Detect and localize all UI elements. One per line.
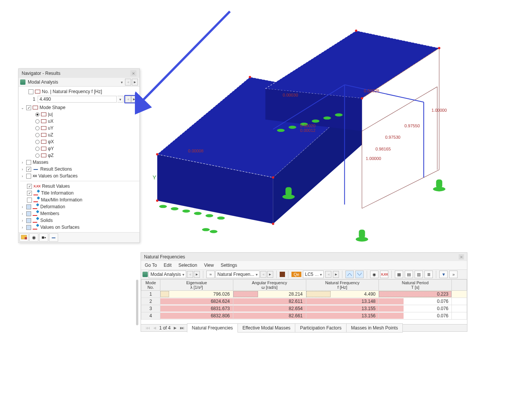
- svg-point-42: [288, 126, 296, 129]
- values-on-surfaces2-expander[interactable]: ›: [20, 225, 25, 230]
- toolbar-result-prev[interactable]: ◄: [260, 271, 266, 278]
- svg-point-25: [156, 200, 158, 202]
- solids-expander[interactable]: ›: [20, 218, 25, 223]
- results-titlebar[interactable]: Natural Frequencies ✕: [141, 253, 467, 261]
- pager-next[interactable]: ►: [173, 325, 177, 331]
- chevron-down-icon: ▾: [320, 272, 322, 277]
- mode-prev-button[interactable]: ◄: [125, 96, 131, 103]
- pager-first[interactable]: ⏮: [146, 325, 150, 331]
- toolbar-analysis-next[interactable]: ►: [194, 271, 200, 278]
- analysis-next-button[interactable]: ►: [132, 79, 138, 86]
- mode-shape-label: Mode Shape: [40, 105, 65, 110]
- result-sections-checkbox[interactable]: [26, 167, 31, 172]
- component-ux-radio[interactable]: [35, 119, 40, 124]
- toolbar-ico-1[interactable]: [345, 271, 354, 278]
- masses-expander[interactable]: ›: [20, 160, 25, 165]
- values-on-surfaces-expander[interactable]: ›: [20, 174, 25, 178]
- toolbar-ico-eye[interactable]: ◉: [370, 271, 378, 278]
- mode-next-button[interactable]: ►: [131, 96, 137, 103]
- values-on-surfaces-checkbox[interactable]: [26, 174, 31, 179]
- mode-checkbox[interactable]: [28, 89, 33, 94]
- pager: ⏮ ◄ 1 of 4 ► ⏭: [142, 325, 187, 331]
- loadcase-dropdown[interactable]: LC5 ... ▾: [303, 271, 324, 278]
- table-row[interactable]: 26824.62482.61113.1480.076: [141, 298, 467, 305]
- maxmin-checkbox[interactable]: [27, 198, 32, 203]
- result-sections-expander[interactable]: ›: [20, 167, 25, 171]
- pager-last[interactable]: ⏭: [180, 325, 184, 331]
- tab-natural-frequencies[interactable]: Natural Frequencies: [187, 323, 238, 332]
- table-cell: 82.611: [233, 298, 306, 305]
- toolbar-ico-more[interactable]: »: [449, 271, 458, 278]
- mode-shape-expander[interactable]: ⌄: [20, 106, 25, 110]
- tab-participation-factors[interactable]: Participation Factors: [295, 323, 346, 332]
- chevron-down-icon: ▾: [121, 80, 123, 84]
- analysis-dropdown[interactable]: Modal Analysis: [26, 79, 120, 86]
- nav-tool-camera[interactable]: ■▪: [39, 233, 48, 242]
- navigator-titlebar[interactable]: Navigator - Results ✕: [19, 69, 139, 78]
- toolbar-ico-xxx[interactable]: X.XX: [380, 271, 388, 278]
- table-cell: 0.076: [379, 312, 452, 320]
- results-close-button[interactable]: ✕: [459, 254, 464, 260]
- table-row[interactable]: 46832.80682.66113.1560.076: [141, 312, 467, 320]
- toolbar-ico-2[interactable]: [355, 271, 364, 278]
- table-row[interactable]: 36831.67382.65413.1550.076: [141, 305, 467, 312]
- toolbar-ico-grid3[interactable]: ▥: [415, 271, 423, 278]
- component-uy-radio[interactable]: [35, 126, 40, 130]
- deformation-expander[interactable]: ›: [20, 205, 25, 209]
- col-ang-l2: ω [rad/s]: [235, 285, 304, 290]
- toolbar-result-icon[interactable]: ≈: [206, 271, 215, 278]
- mode-header-label: No. | Natural Frequency f [Hz]: [42, 89, 102, 94]
- results-panel: Natural Frequencies ✕ Go To Edit Selecti…: [141, 252, 467, 332]
- toolbar-ico-filter[interactable]: ▼: [439, 271, 448, 278]
- toolbar-ico-list[interactable]: ≣: [424, 271, 433, 278]
- values-on-surfaces2-label: Values on Surfaces: [40, 225, 79, 230]
- result-values-checkbox[interactable]: [27, 184, 32, 189]
- analysis-prev-button[interactable]: ◄: [125, 79, 131, 86]
- tab-masses-in-mesh-points[interactable]: Masses in Mesh Points: [346, 323, 403, 332]
- nav-tool-chart[interactable]: [49, 233, 58, 242]
- component-phiz-radio[interactable]: [35, 154, 40, 158]
- values-on-surfaces2-checkbox[interactable]: [26, 225, 31, 230]
- toolbar-result-next[interactable]: ►: [267, 271, 273, 278]
- menu-settings[interactable]: Settings: [221, 263, 237, 268]
- component-phiy-radio[interactable]: [35, 147, 40, 151]
- component-phix-radio[interactable]: [35, 140, 40, 144]
- tab-effective-modal-masses[interactable]: Effective Modal Masses: [238, 323, 296, 332]
- menu-selection[interactable]: Selection: [179, 263, 197, 268]
- masses-checkbox[interactable]: [26, 160, 31, 165]
- toolbar-analysis-prev[interactable]: ◄: [187, 271, 193, 278]
- pager-prev[interactable]: ◄: [152, 325, 157, 331]
- component-uz-radio[interactable]: [35, 133, 40, 137]
- color-swatch[interactable]: [280, 272, 285, 277]
- members-checkbox[interactable]: [26, 211, 31, 216]
- menu-view[interactable]: View: [204, 263, 214, 268]
- vp-label-right3: 0.97530: [385, 135, 400, 139]
- toolbar-analysis-dropdown[interactable]: Modal Analysis ▾: [149, 271, 186, 278]
- toolbar-ico-grid2[interactable]: ▤: [405, 271, 413, 278]
- loadcase-next[interactable]: ►: [333, 271, 339, 278]
- solids-checkbox[interactable]: [26, 218, 31, 223]
- loadcase-prev[interactable]: ◄: [325, 271, 331, 278]
- navigator-close-button[interactable]: ✕: [130, 70, 136, 76]
- navigator-scrollbar[interactable]: [136, 280, 138, 325]
- toolbar-ico-grid1[interactable]: ▦: [395, 271, 403, 278]
- menu-goto[interactable]: Go To: [145, 263, 157, 268]
- nav-tool-1[interactable]: [19, 233, 28, 242]
- svg-rect-3: [25, 237, 27, 239]
- model-viewport[interactable]: Y 0.00030 0.00028 0.00008 0.00020 0.0001…: [141, 11, 467, 247]
- table-cell: 6824.624: [160, 298, 233, 305]
- menu-edit[interactable]: Edit: [164, 263, 172, 268]
- deformation-checkbox[interactable]: [26, 204, 31, 209]
- table-cell: 0.223: [379, 291, 452, 298]
- members-expander[interactable]: ›: [20, 212, 25, 216]
- component-u-radio[interactable]: [35, 112, 40, 117]
- nav-tool-eye[interactable]: ◉: [29, 233, 38, 242]
- mode-dropdown-arrow[interactable]: ▾: [117, 96, 124, 103]
- title-info-checkbox[interactable]: [27, 191, 32, 196]
- table-row[interactable]: 1796.02628.2144.4900.223: [141, 291, 467, 298]
- mode-frequency-input[interactable]: 4.490: [38, 96, 117, 103]
- qe-badge[interactable]: Qe: [291, 272, 302, 277]
- col-ang-l1: Angular Frequency: [235, 280, 304, 285]
- mode-shape-checkbox[interactable]: [26, 105, 31, 110]
- toolbar-result-dropdown[interactable]: Natural Frequen... ▾: [215, 271, 260, 278]
